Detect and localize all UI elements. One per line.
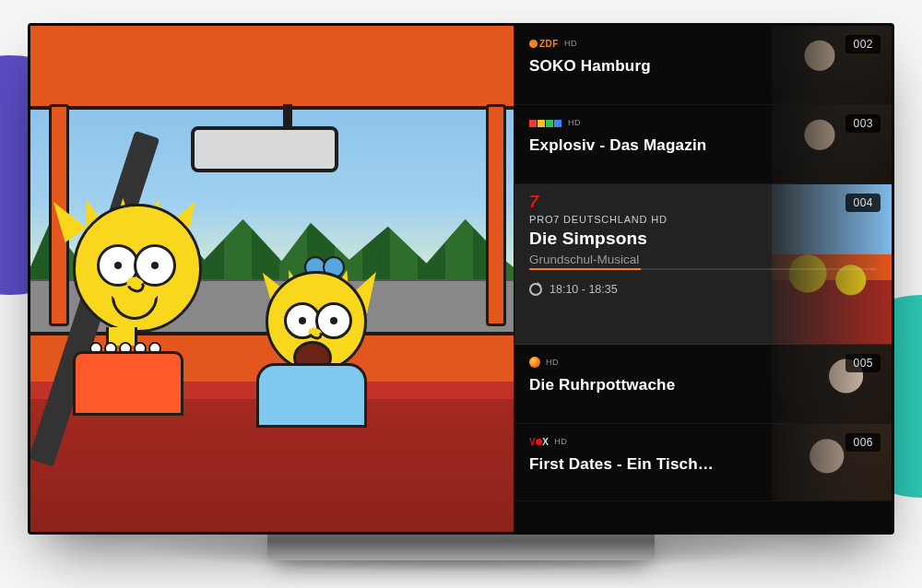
channel-item-003[interactable]: 003 HD Explosiv - Das Magazin [514,105,892,184]
progress-bar [529,268,877,270]
channel-number-badge: 005 [845,354,881,372]
channel-logo-rtlzwei: HD [529,116,877,129]
channel-item-002[interactable]: 002 ZDF HD SOKO Hamburg [514,26,892,105]
video-car [30,26,514,532]
episode-subtitle: Grundschul-Musical [529,253,877,266]
program-time: 18:10 - 18:35 [550,283,618,296]
program-title: Explosiv - Das Magazin [529,136,877,155]
program-title: SOKO Hamburg [529,57,877,76]
channel-number-badge: 006 [845,433,881,452]
channel-logo-sat1: HD [529,356,877,369]
channel-name-label: PRO7 DEUTSCHLAND HD [529,214,877,225]
character-maggie [251,271,398,446]
channel-number-badge: 003 [845,114,881,133]
channel-number-badge: 002 [845,35,881,53]
live-video-preview[interactable] [30,26,514,532]
channel-number-badge: 004 [845,194,881,212]
tv-frame: 002 ZDF HD SOKO Hamburg 003 HD [28,23,894,535]
program-title: Die Simpsons [529,229,877,249]
channel-guide[interactable]: 002 ZDF HD SOKO Hamburg 003 HD [514,26,892,532]
channel-logo-vox: VX HD [529,435,877,448]
channel-item-006[interactable]: 006 VX HD First Dates - Ein Tisch… [514,424,892,501]
channel-logo-pro7: 7 [529,195,877,208]
channel-item-005[interactable]: 005 HD Die Ruhrpottwache [514,345,892,424]
character-lisa [38,204,231,443]
tv-screen: 002 ZDF HD SOKO Hamburg 003 HD [30,26,892,532]
channel-logo-zdf: ZDF HD [529,37,877,50]
program-title: First Dates - Ein Tisch… [529,455,877,474]
program-title: Die Ruhrpottwache [529,376,877,394]
restart-icon[interactable] [529,283,542,296]
channel-item-004-selected[interactable]: 004 7 PRO7 DEUTSCHLAND HD Die Simpsons G… [514,184,892,345]
progress-fill [529,268,641,270]
